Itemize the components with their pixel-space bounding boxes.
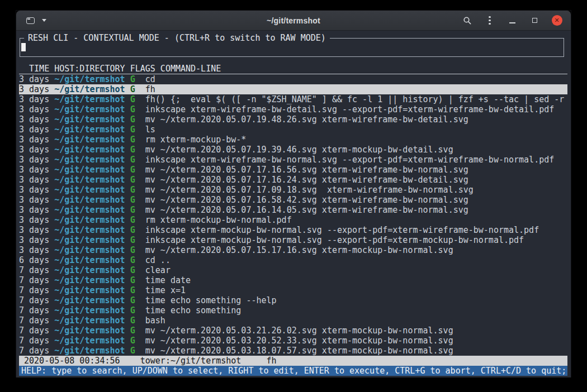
history-row[interactable]: 3 days ~/git/termshot G mv ~/xterm.2020.…: [19, 195, 567, 205]
titlebar[interactable]: ~/git/termshot ✕: [16, 11, 571, 31]
history-row[interactable]: 3 days ~/git/termshot G mv ~/xterm.2020.…: [19, 114, 567, 125]
history-row[interactable]: 3 days ~/git/termshot G rm xterm-mockup-…: [19, 215, 567, 225]
help-bar: HELP: type to search, UP/DOWN to select,…: [19, 366, 567, 376]
text-cursor: [21, 43, 26, 51]
close-icon: ✕: [552, 15, 562, 26]
terminal-window: ~/git/termshot ✕ RESH CLI: [16, 10, 571, 377]
history-column-headers: TIME HOST:DIRECTORY FLAGS COMMAND-LINE: [19, 64, 567, 74]
close-button[interactable]: ✕: [550, 13, 564, 28]
history-row[interactable]: 7 days ~/git/termshot G time date: [19, 275, 567, 285]
history-row[interactable]: 3 days ~/git/termshot G mv ~/xterm.2020.…: [19, 245, 567, 255]
status-bar: 2020-05-08 00:34:56 tower:~/git/termshot…: [19, 356, 567, 366]
history-list: 3 days ~/git/termshot G cd3 days ~/git/t…: [19, 74, 567, 356]
minimize-icon: [509, 22, 515, 23]
history-row[interactable]: 7 days ~/git/termshot G time x=1: [19, 285, 567, 295]
profile-dropdown-button[interactable]: [40, 13, 49, 28]
history-row-selected[interactable]: 3 days ~/git/termshot G fh: [19, 84, 567, 94]
history-row[interactable]: 3 days ~/git/termshot G inkscape xterm-m…: [19, 235, 567, 245]
new-terminal-button[interactable]: [23, 13, 37, 28]
history-row[interactable]: 3 days ~/git/termshot G mv ~/xterm.2020.…: [19, 175, 567, 185]
kebab-menu-icon: [489, 16, 490, 25]
restore-button[interactable]: [527, 13, 542, 28]
history-row[interactable]: 7 days ~/git/termshot G mv ~/xterm.2020.…: [19, 336, 567, 346]
resh-mode-title: RESH CLI - CONTEXTUAL MODE - (CTRL+R to …: [24, 33, 330, 43]
history-row[interactable]: 3 days ~/git/termshot G fh() {; eval $( …: [19, 94, 567, 104]
terminal-app-icon: [26, 17, 35, 24]
terminal-content: RESH CLI - CONTEXTUAL MODE - (CTRL+R to …: [16, 31, 571, 377]
history-row[interactable]: 3 days ~/git/termshot G mv ~/xterm.2020.…: [19, 165, 567, 175]
history-row[interactable]: 7 days ~/git/termshot G time echo someth…: [19, 305, 567, 315]
history-row[interactable]: 3 days ~/git/termshot G cd: [19, 74, 567, 84]
history-row[interactable]: 3 days ~/git/termshot G rm xterm-mockup-…: [19, 135, 567, 145]
history-row[interactable]: 3 days ~/git/termshot G mv ~/xterm.2020.…: [19, 205, 567, 215]
search-icon: [463, 16, 472, 25]
window-title: ~/git/termshot: [267, 16, 320, 25]
history-row[interactable]: 7 days ~/git/termshot G bash: [19, 315, 567, 326]
history-row[interactable]: 3 days ~/git/termshot G inkscape xterm-w…: [19, 155, 567, 165]
menu-button[interactable]: [482, 13, 497, 28]
history-row[interactable]: 3 days ~/git/termshot G ls: [19, 125, 567, 135]
restore-icon: [532, 18, 537, 23]
history-row[interactable]: 7 days ~/git/termshot G mv ~/xterm.2020.…: [19, 346, 567, 356]
search-button[interactable]: [460, 13, 475, 28]
history-row[interactable]: 3 days ~/git/termshot G mv ~/xterm.2020.…: [19, 185, 567, 195]
history-row[interactable]: 3 days ~/git/termshot G mv ~/xterm.2020.…: [19, 145, 567, 155]
history-row[interactable]: 7 days ~/git/termshot G clear: [19, 265, 567, 275]
caret-down-icon: [42, 19, 46, 22]
history-row[interactable]: 6 days ~/git/termshot G cd ..: [19, 255, 567, 265]
history-row[interactable]: 7 days ~/git/termshot G time echo someth…: [19, 295, 567, 305]
history-row[interactable]: 3 days ~/git/termshot G inkscape xterm-m…: [19, 225, 567, 235]
history-row[interactable]: 3 days ~/git/termshot G inkscape xterm-w…: [19, 104, 567, 114]
history-row[interactable]: 7 days ~/git/termshot G mv ~/xterm.2020.…: [19, 326, 567, 336]
resh-search-box[interactable]: RESH CLI - CONTEXTUAL MODE - (CTRL+R to …: [20, 38, 564, 57]
minimize-button[interactable]: [505, 13, 519, 28]
